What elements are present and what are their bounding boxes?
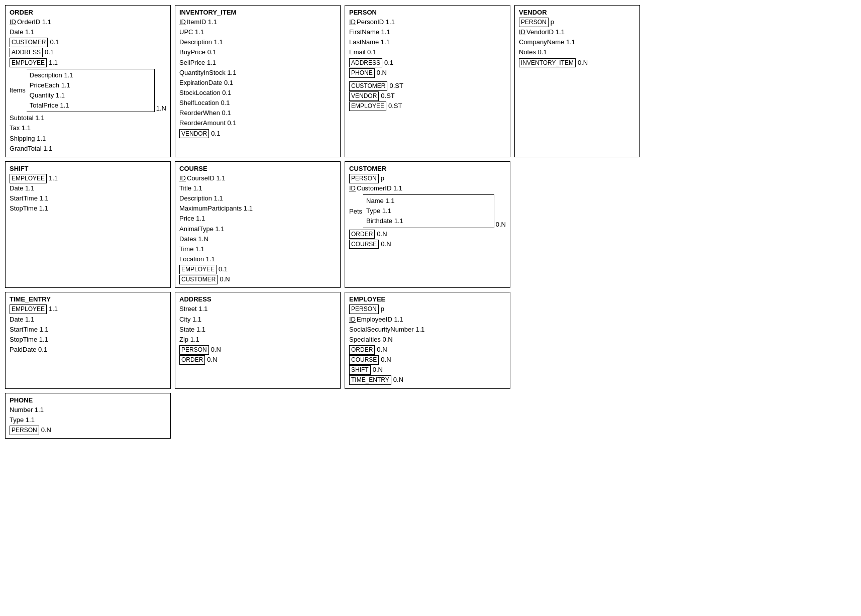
entity-address-title: ADDRESS [179, 295, 336, 303]
field-course-price: Price 1.1 [179, 214, 336, 224]
field-phone-type: Type 1.1 [10, 415, 166, 425]
field-stockloc: StockLocation 0.1 [179, 88, 336, 98]
field-zip: Zip 1.1 [179, 335, 336, 345]
entity-customer-title: CUSTOMER [349, 165, 506, 172]
field-shift-starttime: StartTime 1.1 [10, 193, 166, 203]
field-te-stoptime: StopTime 1.1 [10, 335, 166, 345]
field-person-customer: CUSTOMER 0.ST [349, 81, 506, 91]
field-itemid: ID ItemID 1.1 [179, 17, 336, 27]
field-person-vendor: VENDOR 0.ST [349, 91, 506, 101]
field-emp-shift: SHIFT 0.N [349, 365, 506, 375]
entity-shift: SHIFT EMPLOYEE 1.1 Date 1.1 StartTime 1.… [5, 161, 171, 288]
field-te-date: Date 1.1 [10, 315, 166, 325]
entity-employee: EMPLOYEE PERSON p ID EmployeeID 1.1 Soci… [345, 292, 510, 388]
entity-address: ADDRESS Street 1.1 City 1.1 State 1.1 Zi… [175, 292, 341, 388]
field-reorderwhen: ReorderWhen 0.1 [179, 108, 336, 118]
pets-label: Pets [349, 208, 362, 215]
entity-time-entry-title: TIME_ENTRY [10, 295, 166, 303]
field-street: Street 1.1 [179, 304, 336, 314]
entity-inventory-title: INVENTORY_ITEM [179, 9, 336, 16]
field-lastname: LastName 1.1 [349, 37, 506, 47]
field-customer-ref: CUSTOMER 0.1 [10, 37, 166, 47]
field-person-phone: PHONE 0.N [349, 68, 506, 78]
field-cust-course: COURSE 0.N [349, 239, 506, 249]
field-vendor-invitem: INVENTORY_ITEM 0.N [519, 58, 635, 68]
field-expdate: ExpirationDate 0.1 [179, 78, 336, 88]
field-location: Location 1.1 [179, 254, 336, 264]
field-totalprice: TotalPrice 1.1 [30, 100, 151, 111]
field-cust-order: ORDER 0.N [349, 229, 506, 239]
field-desc: Description 1.1 [30, 70, 151, 80]
field-specialties: Specialties 0.N [349, 335, 506, 345]
field-emp-person-p: PERSON p [349, 304, 506, 314]
field-course-title: Title 1.1 [179, 183, 336, 193]
field-maxpart: MaximumParticipants 1.1 [179, 203, 336, 214]
entity-employee-title: EMPLOYEE [349, 295, 506, 303]
field-cust-person-p: PERSON p [349, 173, 506, 183]
field-course-employee: EMPLOYEE 0.1 [179, 264, 336, 274]
field-te-employee: EMPLOYEE 1.1 [10, 304, 166, 314]
field-employeeid: ID EmployeeID 1.1 [349, 315, 506, 325]
field-employee-ref: EMPLOYEE 1.1 [10, 58, 166, 68]
entity-course: COURSE ID CourseID 1.1 Title 1.1 Descrip… [175, 161, 341, 288]
field-buyprice: BuyPrice 0.1 [179, 47, 336, 57]
field-orderid: ID OrderID 1.1 [10, 17, 166, 27]
entity-phone: PHONE Number 1.1 Type 1.1 PERSON 0.N [5, 393, 171, 439]
field-inv-vendor: VENDOR 0.1 [179, 129, 336, 139]
field-state: State 1.1 [179, 325, 336, 335]
entity-customer: CUSTOMER PERSON p ID CustomerID 1.1 Pets… [345, 161, 510, 288]
field-te-starttime: StartTime 1.1 [10, 325, 166, 335]
field-customerid: ID CustomerID 1.1 [349, 183, 506, 193]
field-sellprice: SellPrice 1.1 [179, 58, 336, 68]
field-address-ref: ADDRESS 0.1 [10, 47, 166, 57]
field-email: Email 0.1 [349, 47, 506, 57]
field-priceeach: PriceEach 1.1 [30, 80, 151, 90]
field-dates: Dates 1.N [179, 234, 336, 244]
entity-person-title: PERSON [349, 9, 506, 16]
field-personid: ID PersonID 1.1 [349, 17, 506, 27]
field-shift-employee: EMPLOYEE 1.1 [10, 173, 166, 183]
field-animaltype: AnimalType 1.1 [179, 224, 336, 234]
field-course-time: Time 1.1 [179, 244, 336, 254]
entity-phone-title: PHONE [10, 396, 166, 404]
field-addr-order: ORDER 0.N [179, 355, 336, 365]
entity-time-entry: TIME_ENTRY EMPLOYEE 1.1 Date 1.1 StartTi… [5, 292, 171, 388]
entity-vendor-title: VENDOR [519, 9, 635, 16]
field-phone-number: Number 1.1 [10, 405, 166, 415]
entity-person: PERSON ID PersonID 1.1 FirstName 1.1 Las… [345, 5, 510, 157]
field-shipping: Shipping 1.1 [10, 134, 166, 144]
entity-order: ORDER ID OrderID 1.1 Date 1.1 CUSTOMER 0… [5, 5, 171, 157]
field-pet-type: Type 1.1 [366, 206, 491, 216]
field-pet-birthdate: Birthdate 1.1 [366, 216, 491, 226]
field-phone-person: PERSON 0.N [10, 425, 166, 435]
pets-mult: 0.N [496, 221, 506, 228]
entity-inventory-item: INVENTORY_ITEM ID ItemID 1.1 UPC 1.1 Des… [175, 5, 341, 157]
field-pet-name: Name 1.1 [366, 196, 491, 206]
field-addr-person: PERSON 0.N [179, 345, 336, 355]
field-qty-in-stock: QuantityInStock 1.1 [179, 68, 336, 78]
field-inv-desc: Description 1.1 [179, 37, 336, 47]
entity-order-title: ORDER [10, 9, 166, 16]
field-notes: Notes 0.1 [519, 47, 635, 57]
field-ssn: SocialSecurityNumber 1.1 [349, 325, 506, 335]
field-course-desc: Description 1.1 [179, 193, 336, 203]
field-upc: UPC 1.1 [179, 27, 336, 37]
field-emp-order: ORDER 0.N [349, 345, 506, 355]
field-city: City 1.1 [179, 315, 336, 325]
field-reorderamt: ReorderAmount 0.1 [179, 118, 336, 128]
field-quantity: Quantity 1.1 [30, 90, 151, 100]
field-companyname: CompanyName 1.1 [519, 37, 635, 47]
erd-diagram: ORDER ID OrderID 1.1 Date 1.1 CUSTOMER 0… [5, 5, 628, 439]
field-shift-stoptime: StopTime 1.1 [10, 203, 166, 214]
field-emp-course: COURSE 0.N [349, 355, 506, 365]
field-te-paiddate: PaidDate 0.1 [10, 345, 166, 355]
field-person-employee: EMPLOYEE 0.ST [349, 101, 506, 111]
field-shelfloc: ShelfLocation 0.1 [179, 98, 336, 108]
entity-vendor: VENDOR PERSON p ID VendorID 1.1 CompanyN… [514, 5, 640, 157]
entity-course-title: COURSE [179, 165, 336, 172]
field-emp-timeentry: TIME_ENTRY 0.N [349, 375, 506, 385]
field-tax: Tax 1.1 [10, 123, 166, 133]
field-course-customer: CUSTOMER 0.N [179, 274, 336, 284]
field-shift-date: Date 1.1 [10, 183, 166, 193]
field-vendor-person-p: PERSON p [519, 17, 635, 27]
